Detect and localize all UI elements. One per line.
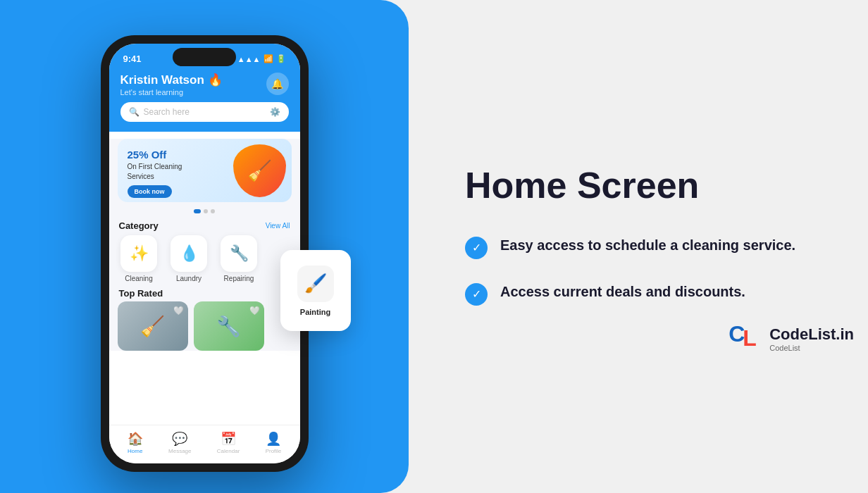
category-list: ✨ Cleaning 💧 Laundry 🔧 Repairing (109, 235, 300, 282)
dynamic-island (173, 48, 236, 66)
dot-3 (211, 209, 215, 213)
page-title: Home Screen (465, 165, 812, 207)
right-panel: Home Screen ✓ Easy access to schedule a … (409, 123, 868, 370)
category-title: Category (119, 220, 159, 231)
codelist-sub: CodeList (769, 344, 854, 352)
heart-icon-2: 🤍 (249, 306, 260, 316)
profile-nav-label: Profile (266, 448, 282, 454)
dot-2 (204, 209, 208, 213)
category-item-laundry[interactable]: 💧 Laundry (166, 235, 212, 282)
phone-frame: 9:41 ▲▲▲ 📶 🔋 Kristin Watson 🔥 Let's star… (101, 35, 309, 472)
codelist-name: CodeList.in (769, 325, 854, 344)
left-panel: 9:41 ▲▲▲ 📶 🔋 Kristin Watson 🔥 Let's star… (0, 0, 409, 493)
painting-label: Painting (300, 308, 330, 316)
battery-icon: 🔋 (276, 54, 286, 63)
phone-content: 25% Off On First CleaningServices Book n… (109, 139, 300, 351)
top-rated-title: Top Rated (109, 282, 300, 301)
home-nav-label: Home (128, 448, 142, 454)
repairing-label: Repairing (224, 275, 254, 282)
feature-item-1: ✓ Easy access to schedule a cleaning ser… (465, 235, 812, 259)
dot-1 (194, 209, 201, 213)
phone-screen: 9:41 ▲▲▲ 📶 🔋 Kristin Watson 🔥 Let's star… (109, 44, 300, 463)
message-nav-label: Message (168, 448, 191, 454)
laundry-icon-box: 💧 (170, 235, 207, 272)
nav-item-calendar[interactable]: 📅 Calendar (217, 431, 240, 454)
repairing-icon-box: 🔧 (221, 235, 257, 272)
signal-icon: ▲▲▲ (237, 55, 261, 63)
codelist-watermark: C L CodeList.in CodeList (728, 321, 854, 356)
rated-image-2[interactable]: 🔧 🤍 (194, 301, 264, 351)
logo-l-letter: L (743, 325, 757, 351)
search-bar[interactable]: 🔍 Search here ⚙️ (120, 102, 289, 122)
user-name: Kristin Watson 🔥 (120, 73, 223, 87)
nav-item-profile[interactable]: 👤 Profile (266, 431, 282, 454)
check-icon-1: ✓ (465, 237, 488, 259)
view-all-link[interactable]: View All (266, 222, 290, 230)
calendar-nav-label: Calendar (217, 448, 240, 454)
profile-nav-icon: 👤 (266, 431, 281, 447)
banner-dots (109, 209, 300, 216)
user-row: Kristin Watson 🔥 Let's start learning 🔔 (120, 73, 289, 96)
search-icon: 🔍 (129, 107, 140, 117)
search-placeholder-text: Search here (144, 107, 270, 117)
status-icons: ▲▲▲ 📶 🔋 (237, 54, 286, 63)
user-subtitle: Let's start learning (120, 88, 223, 96)
rated-image-1[interactable]: 🧹 🤍 (118, 301, 188, 351)
category-item-cleaning[interactable]: ✨ Cleaning (116, 235, 162, 282)
checkmark-2: ✓ (472, 287, 481, 301)
home-nav-icon: 🏠 (128, 431, 143, 447)
notification-button[interactable]: 🔔 (266, 73, 289, 95)
calendar-nav-icon: 📅 (221, 431, 236, 447)
cleaning-icon-box: ✨ (120, 235, 157, 272)
checkmark-1: ✓ (472, 241, 481, 254)
filter-icon[interactable]: ⚙️ (270, 107, 280, 117)
feature-text-1: Easy access to schedule a cleaning servi… (500, 235, 795, 255)
codelist-logo: C L (728, 321, 764, 356)
wifi-icon: 📶 (264, 54, 273, 63)
message-nav-icon: 💬 (172, 431, 187, 447)
nav-item-home[interactable]: 🏠 Home (128, 431, 143, 454)
nav-item-message[interactable]: 💬 Message (168, 431, 191, 454)
check-icon-2: ✓ (465, 283, 488, 306)
promo-banner[interactable]: 25% Off On First CleaningServices Book n… (118, 139, 292, 202)
category-section-header: Category View All (109, 216, 300, 235)
banner-image: 🧹 (233, 144, 286, 197)
painting-icon-box: 🖌️ (297, 266, 334, 302)
status-time: 9:41 (123, 54, 142, 64)
feature-item-2: ✓ Access current deals and discounts. (465, 282, 812, 306)
user-info: Kristin Watson 🔥 Let's start learning (120, 73, 223, 96)
rated-images-list: 🧹 🤍 🔧 🤍 (109, 301, 300, 351)
cleaning-label: Cleaning (125, 275, 152, 282)
codelist-text-wrap: CodeList.in CodeList (769, 325, 854, 352)
feature-text-2: Access current deals and discounts. (500, 282, 745, 301)
laundry-label: Laundry (176, 275, 202, 282)
painting-tooltip-card: 🖌️ Painting (280, 250, 351, 331)
phone-header: Kristin Watson 🔥 Let's start learning 🔔 … (109, 67, 300, 132)
bottom-navigation: 🏠 Home 💬 Message 📅 Calendar 👤 Profile (109, 425, 300, 463)
category-item-repairing[interactable]: 🔧 Repairing (216, 235, 262, 282)
heart-icon-1: 🤍 (173, 306, 184, 316)
book-now-button[interactable]: Book now (128, 185, 172, 198)
